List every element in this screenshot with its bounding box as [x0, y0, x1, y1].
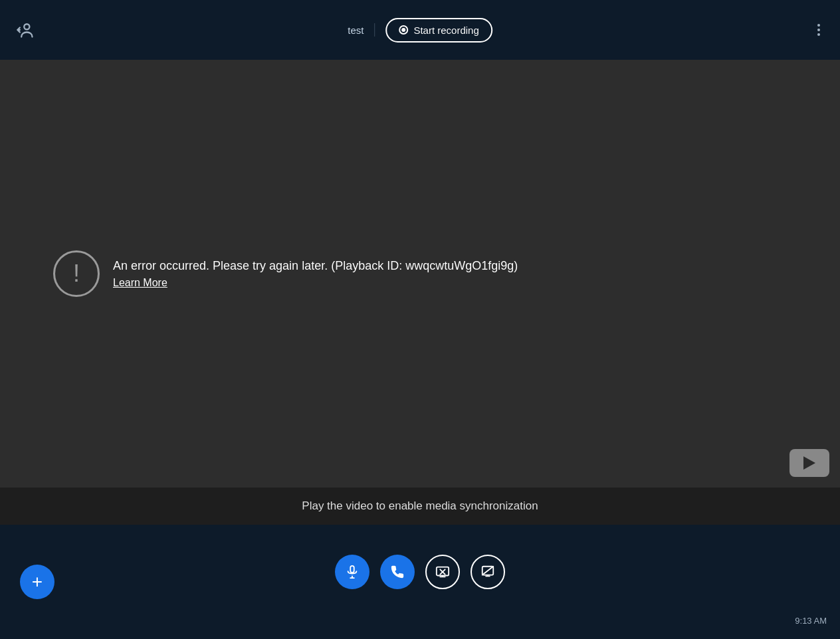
error-message: An error occurred. Please try again late…: [113, 259, 518, 273]
screen-share-off-button[interactable]: [425, 555, 460, 589]
time-display: 9:13 AM: [795, 616, 827, 626]
record-dot-inner: [401, 28, 405, 32]
exclamation-icon: !: [73, 262, 80, 286]
add-label: +: [32, 571, 43, 593]
learn-more-link[interactable]: Learn More: [113, 277, 518, 289]
error-icon: !: [53, 250, 100, 297]
sync-text: Play the video to enable media synchroni…: [302, 500, 538, 513]
header-divider: [374, 23, 375, 37]
person-icon-button[interactable]: [13, 18, 37, 42]
microphone-icon: [345, 565, 360, 579]
microphone-button[interactable]: [335, 555, 369, 589]
person-icon: [16, 21, 35, 39]
present-off-button[interactable]: [471, 555, 505, 589]
svg-line-15: [482, 567, 494, 575]
bottom-bar: +: [0, 525, 840, 639]
meeting-title: test: [348, 25, 364, 36]
youtube-icon: [789, 449, 829, 477]
svg-point-0: [24, 24, 29, 29]
start-recording-label: Start recording: [413, 25, 478, 36]
controls-center: [335, 555, 505, 602]
svg-point-3: [817, 33, 820, 36]
svg-point-1: [817, 24, 820, 27]
error-text-block: An error occurred. Please try again late…: [113, 259, 518, 289]
phone-button[interactable]: [380, 555, 415, 589]
video-area: ! An error occurred. Please try again la…: [0, 60, 840, 525]
svg-rect-4: [350, 566, 354, 573]
sync-bar: Play the video to enable media synchroni…: [0, 488, 840, 525]
phone-icon: [390, 565, 405, 579]
youtube-play-triangle: [803, 456, 815, 470]
error-container: ! An error occurred. Please try again la…: [53, 250, 518, 297]
add-button[interactable]: +: [20, 565, 54, 599]
start-recording-button[interactable]: Start recording: [385, 18, 492, 43]
screen-share-off-icon: [435, 565, 450, 579]
present-off-icon: [480, 565, 495, 579]
three-dots-icon: [811, 22, 827, 38]
header-right: [811, 22, 827, 38]
video-player: ! An error occurred. Please try again la…: [0, 60, 840, 488]
header-center: test Start recording: [348, 18, 492, 43]
svg-point-2: [817, 29, 820, 31]
header-left: [13, 18, 37, 42]
header-bar: test Start recording: [0, 0, 840, 60]
more-vert-icon[interactable]: [811, 22, 827, 38]
record-dot-icon: [399, 25, 408, 35]
